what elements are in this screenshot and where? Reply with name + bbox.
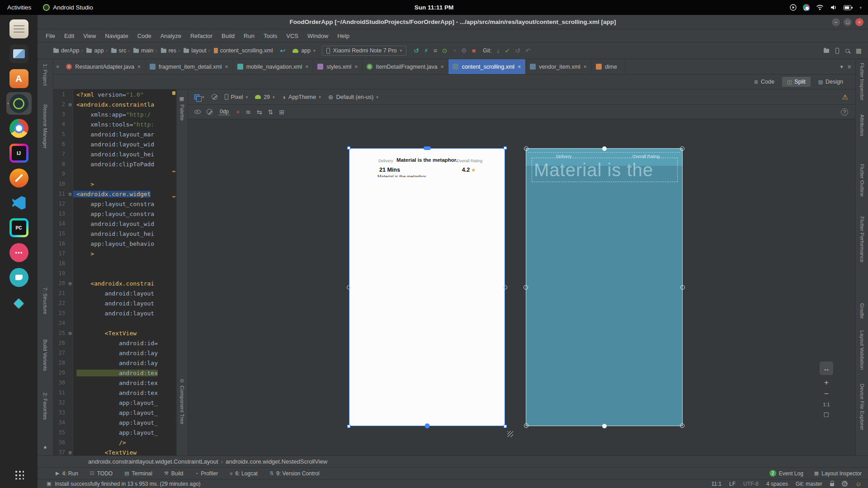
sidebar-item-structure[interactable]: 7: Structure bbox=[42, 287, 48, 314]
editor-tab[interactable]: content_scrolling.xml × bbox=[448, 59, 526, 74]
editor-tab[interactable]: mobile_navigation.xml × bbox=[233, 59, 314, 74]
more-tabs-icon[interactable]: ▾ bbox=[840, 63, 843, 70]
sidebar-item-flutter-performance[interactable]: Flutter Performance bbox=[859, 216, 865, 263]
caret-position[interactable]: 11:1 bbox=[712, 481, 722, 487]
tool-window-button[interactable]: ≡ 6: Logcat bbox=[230, 470, 258, 477]
fold-icon[interactable]: ⊟ bbox=[67, 331, 73, 336]
code-line[interactable]: 6 android:layout_wid bbox=[53, 139, 176, 149]
sidebar-item-device-file-explorer[interactable]: Device File Explorer bbox=[859, 384, 865, 430]
orientation-icon[interactable] bbox=[212, 94, 217, 100]
run-list-icon[interactable]: ≡ bbox=[434, 47, 437, 54]
menu-item[interactable]: Window bbox=[303, 29, 333, 42]
git-branch[interactable]: Git: master bbox=[796, 481, 822, 487]
code-line[interactable]: 37 ⊟ <TextView bbox=[53, 447, 176, 455]
fold-icon[interactable]: ⊟ bbox=[67, 281, 73, 286]
code-line[interactable]: 29 android:tex bbox=[53, 368, 176, 378]
menu-item[interactable]: Edit bbox=[60, 29, 79, 42]
code-line[interactable]: 25 ⊟ <TextView bbox=[53, 328, 176, 338]
warning-icon[interactable]: ⚠ bbox=[842, 93, 848, 101]
device-manager-icon[interactable] bbox=[835, 48, 839, 54]
resize-handle[interactable] bbox=[524, 146, 528, 151]
file-encoding[interactable]: UTF-8 bbox=[743, 481, 759, 487]
indent-setting[interactable]: 4 spaces bbox=[766, 481, 788, 487]
infer-constraints-icon[interactable]: ≋ bbox=[245, 108, 251, 116]
warning-stripe-mark[interactable] bbox=[172, 171, 175, 172]
editor-tab[interactable]: fragment_item_detail.xml × bbox=[146, 59, 233, 74]
dock-icon-image-viewer[interactable] bbox=[6, 42, 32, 65]
blueprint-textview-bounds[interactable]: Material is the bbox=[532, 158, 678, 182]
resize-handle[interactable] bbox=[504, 425, 507, 428]
view-mode-button[interactable]: ▨ Design bbox=[813, 77, 848, 87]
menu-item[interactable]: Navigate bbox=[100, 29, 132, 42]
stop-icon[interactable]: ■ bbox=[472, 47, 476, 54]
api-level-dropdown[interactable]: 29▾ bbox=[255, 94, 274, 100]
code-line[interactable]: 33 app:layout_ bbox=[53, 408, 176, 418]
constraint-anchor[interactable] bbox=[524, 285, 528, 290]
chrome-indicator-icon[interactable] bbox=[803, 4, 810, 11]
tab-menu-icon[interactable]: ≡ bbox=[848, 64, 851, 70]
close-icon[interactable]: × bbox=[440, 64, 443, 70]
component-tree-tab[interactable]: ⊙Component Tree bbox=[179, 379, 185, 424]
tool-window-button[interactable]: ▤ Terminal bbox=[124, 470, 152, 477]
nav-crumb[interactable]: ›layout bbox=[177, 47, 208, 54]
editor-tab[interactable]: styles.xml × bbox=[313, 59, 363, 74]
sidebar-item-resource-manager[interactable]: Resource Manager bbox=[42, 104, 48, 149]
code-line[interactable]: 21 android:layout bbox=[53, 288, 176, 298]
code-line[interactable]: 18 bbox=[53, 258, 176, 268]
code-line[interactable]: 28 android:lay bbox=[53, 358, 176, 368]
pan-button[interactable]: ↔ bbox=[820, 361, 833, 375]
menu-item[interactable]: Tools bbox=[259, 29, 282, 42]
volume-icon[interactable] bbox=[830, 5, 837, 10]
breadcrumb[interactable]: androidx.constraintlayout.widget.Constra… bbox=[88, 458, 218, 465]
code-line[interactable]: 11 ⊟ <androidx.core.widget bbox=[53, 189, 176, 199]
profiler-icon[interactable]: ◔ bbox=[453, 47, 456, 54]
locale-dropdown[interactable]: ⊕Default (en-us)▾ bbox=[328, 94, 378, 101]
editor-tab[interactable]: C RestaurantAdapter.java × bbox=[62, 59, 146, 74]
menu-item[interactable]: VCS bbox=[282, 29, 303, 42]
dock-icon-vscode[interactable] bbox=[6, 192, 32, 214]
device-dropdown[interactable]: Pixel▾ bbox=[225, 94, 248, 100]
close-icon[interactable]: × bbox=[137, 64, 141, 70]
system-menu-caret-icon[interactable]: ▾ bbox=[859, 5, 862, 10]
top-anchor[interactable] bbox=[424, 146, 431, 150]
code-line[interactable]: 22 android:layout bbox=[53, 298, 176, 308]
run-configuration-selector[interactable]: app ▾ bbox=[292, 47, 315, 54]
view-mode-button[interactable]: ◫ Split bbox=[782, 77, 811, 87]
dock-icon-files[interactable] bbox=[6, 18, 32, 40]
sidebar-item-flutter-outline[interactable]: Flutter Outline bbox=[859, 164, 865, 197]
zoom-ratio-button[interactable]: 1:1 bbox=[823, 402, 830, 407]
design-canvas[interactable]: Delivery Overall Rating Material is the … bbox=[188, 119, 855, 455]
git-history-icon[interactable]: ↺ bbox=[515, 47, 520, 54]
tool-window-button[interactable]: ☑ TODO bbox=[90, 470, 113, 477]
device-selector[interactable]: Xiaomi Redmi Note 7 Pro ▾ bbox=[322, 46, 407, 56]
top-anchor[interactable] bbox=[602, 146, 607, 151]
project-folder-icon[interactable] bbox=[824, 49, 829, 53]
resize-handle[interactable] bbox=[504, 146, 507, 150]
code-line[interactable]: 31 android:tex bbox=[53, 388, 176, 398]
close-icon[interactable]: × bbox=[305, 64, 308, 70]
battery-icon[interactable] bbox=[844, 5, 853, 10]
resize-handle[interactable] bbox=[680, 146, 684, 151]
align-icon[interactable]: ⇅ bbox=[268, 108, 274, 116]
view-mode-button[interactable]: ≣ Code bbox=[749, 77, 779, 87]
layout-inspector-button[interactable]: ▦ Layout Inspector bbox=[814, 470, 862, 477]
gradle-icon[interactable]: G bbox=[842, 481, 848, 487]
constraint-anchor[interactable] bbox=[503, 285, 507, 289]
code-line[interactable]: 17 > bbox=[53, 249, 176, 258]
dock-icon-pycharm[interactable]: PC bbox=[6, 216, 32, 239]
code-line[interactable]: 4 xmlns:tools="http: bbox=[53, 119, 176, 129]
dock-icon-gem-app[interactable]: ◆ bbox=[6, 291, 32, 314]
wifi-icon[interactable] bbox=[816, 5, 824, 10]
close-icon[interactable]: × bbox=[518, 64, 521, 70]
code-line[interactable]: 27 android:lay bbox=[53, 348, 176, 358]
help-icon[interactable]: ? bbox=[841, 108, 848, 116]
nav-crumb[interactable]: ›res bbox=[154, 47, 177, 54]
menu-item[interactable]: Analyze bbox=[156, 29, 186, 42]
app-menu[interactable]: Android Studio bbox=[38, 4, 98, 11]
constraint-anchor[interactable] bbox=[347, 285, 351, 289]
dock-icon-ubuntu-software[interactable]: A bbox=[6, 67, 32, 90]
code-line[interactable]: 26 android:id= bbox=[53, 338, 176, 348]
close-icon[interactable]: × bbox=[584, 64, 587, 70]
dock-icon-android-studio[interactable] bbox=[6, 92, 32, 115]
close-button[interactable]: × bbox=[855, 18, 863, 26]
